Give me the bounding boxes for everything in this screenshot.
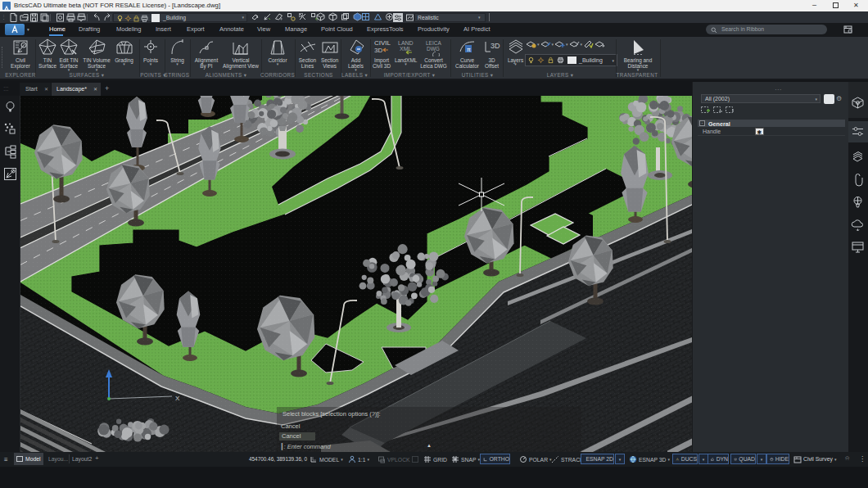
svg-text:XML: XML — [400, 46, 412, 52]
svg-text:3D: 3D — [374, 47, 382, 54]
svg-text:LEICA: LEICA — [426, 40, 441, 46]
svg-text:π: π — [467, 47, 471, 52]
svg-text:DWG: DWG — [427, 46, 440, 52]
svg-text:CIVIL: CIVIL — [374, 39, 391, 47]
svg-text:LAND: LAND — [398, 40, 414, 46]
